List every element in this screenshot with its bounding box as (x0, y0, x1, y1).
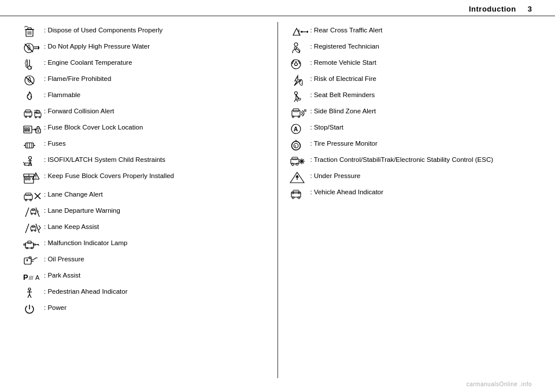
svg-point-21 (29, 116, 31, 118)
dispose-text: : Dispose of Used Components Properly (44, 25, 162, 35)
list-item: : ISOFIX/LATCH System Child Restraints (23, 155, 266, 167)
list-item: : Under Pressure (290, 171, 532, 183)
coolant-icon: T (23, 58, 44, 70)
list-item: : Rear Cross Traffic Alert (290, 25, 532, 38)
svg-rect-71 (24, 244, 25, 245)
svg-rect-46 (28, 178, 30, 180)
under-pressure-icon (290, 171, 310, 183)
remote-start-text: : Remote Vehicle Start (310, 58, 376, 67)
fuses-icon (23, 139, 44, 151)
vehicle-ahead-text: : Vehicle Ahead Indicator (310, 187, 384, 197)
svg-point-98 (298, 116, 299, 118)
tech-icon (290, 42, 310, 54)
coolant-text: : Engine Coolant Temperature (44, 58, 132, 67)
svg-point-67 (31, 230, 32, 231)
under-pressure-text: : Under Pressure (310, 171, 361, 180)
fca-icon (23, 106, 44, 119)
content-area: : Dispose of Used Components Properly : … (0, 16, 555, 384)
list-item: : Pedestrian Ahead Indicator (23, 287, 266, 299)
list-item: : Seat Belt Reminders (290, 90, 532, 102)
fuses-text: : Fuses (44, 139, 66, 148)
flammable-icon (23, 90, 44, 102)
elec-fire-text: : Risk of Electrical Fire (310, 74, 376, 83)
stop-start-icon: A (290, 123, 310, 135)
svg-point-90 (294, 63, 297, 66)
svg-rect-28 (28, 128, 29, 130)
svg-point-83 (298, 34, 299, 35)
svg-text:P: P (23, 273, 28, 282)
svg-point-24 (35, 117, 36, 118)
list-item: : Vehicle Ahead Indicator (290, 187, 532, 199)
list-item: : Lane Departure Warning (23, 206, 266, 218)
svg-rect-94 (298, 98, 301, 100)
svg-line-64 (36, 224, 39, 233)
svg-point-41 (29, 157, 32, 160)
list-item: : Malfunction Indicator Lamp (23, 238, 266, 250)
vehicle-ahead-icon (290, 187, 310, 199)
list-item: : Forward Collision Alert (23, 106, 266, 119)
svg-point-34 (38, 130, 39, 131)
isofix-text: : ISOFIX/LATCH System Child Restraints (44, 155, 165, 164)
svg-marker-86 (307, 31, 308, 33)
svg-text:///: /// (29, 275, 34, 281)
svg-rect-29 (25, 130, 27, 131)
pedestrian-text: : Pedestrian Ahead Indicator (44, 287, 128, 296)
fuse-cover-text: : Keep Fuse Block Covers Properly Instal… (44, 171, 174, 180)
rcta-icon (290, 25, 310, 38)
svg-rect-27 (25, 128, 27, 130)
list-item: : Fuses (23, 139, 266, 151)
ldw-text: : Lane Departure Warning (44, 206, 120, 215)
svg-point-87 (294, 43, 298, 46)
park-assist-icon: P /// A (23, 271, 44, 283)
oil-text: : Oil Pressure (44, 254, 84, 264)
lca-icon (23, 190, 44, 202)
elec-fire-icon (290, 74, 310, 86)
list-item: : Power (23, 303, 266, 315)
svg-text:T: T (30, 66, 33, 70)
list-item: : Remote Vehicle Start (290, 58, 532, 70)
svg-marker-85 (300, 31, 302, 33)
sbza-text: : Side Blind Zone Alert (310, 106, 376, 116)
pedestrian-icon (23, 287, 44, 299)
svg-line-58 (36, 208, 39, 217)
fuse-lock-icon (23, 123, 44, 135)
list-item: P /// A : Park Assist (23, 271, 266, 283)
esc-icon (290, 155, 310, 167)
svg-marker-115 (295, 175, 299, 177)
flammable-text: : Flammable (44, 90, 80, 99)
list-item: : Oil Pressure (23, 254, 266, 267)
list-item: : Flame/Fire Prohibited (23, 74, 266, 86)
svg-point-25 (39, 117, 40, 118)
svg-line-63 (25, 224, 29, 233)
svg-point-93 (294, 92, 297, 95)
svg-text:A: A (294, 126, 298, 132)
tpms-icon: ! (290, 139, 310, 151)
isofix-icon (23, 155, 44, 167)
power-text: : Power (44, 303, 66, 312)
svg-text:!: ! (294, 144, 296, 149)
svg-rect-45 (25, 178, 27, 180)
lca-text: : Lane Change Alert (44, 190, 103, 199)
list-item: T : Engine Coolant Temperature (23, 58, 266, 70)
svg-point-61 (31, 213, 32, 215)
fuse-lock-text: : Fuse Block Cover Lock Location (44, 123, 143, 132)
list-item: : Lane Change Alert (23, 190, 266, 202)
esc-text: : Traction Control/StabiliTrak/Electroni… (310, 155, 494, 164)
list-item: : Lane Keep Assist (23, 222, 266, 234)
oil-icon (23, 254, 44, 267)
no-fire-text: : Flame/Fire Prohibited (44, 74, 111, 83)
svg-point-20 (25, 116, 27, 118)
lka-icon (23, 222, 44, 234)
list-item: ! : Tire Pressure Monitor (290, 139, 532, 151)
list-item: : Do Not Apply High Pressure Water (23, 42, 266, 54)
svg-rect-2 (28, 28, 31, 29)
list-item: : Risk of Electrical Fire (290, 74, 532, 86)
list-item: : Dispose of Used Components Properly (23, 25, 266, 38)
stop-start-text: : Stop/Start (310, 123, 344, 132)
svg-rect-72 (34, 244, 35, 245)
left-column: : Dispose of Used Components Properly : … (23, 22, 278, 378)
svg-marker-10 (38, 46, 39, 50)
no-fire-icon (23, 74, 44, 86)
svg-rect-30 (28, 130, 29, 131)
svg-point-97 (292, 116, 294, 118)
